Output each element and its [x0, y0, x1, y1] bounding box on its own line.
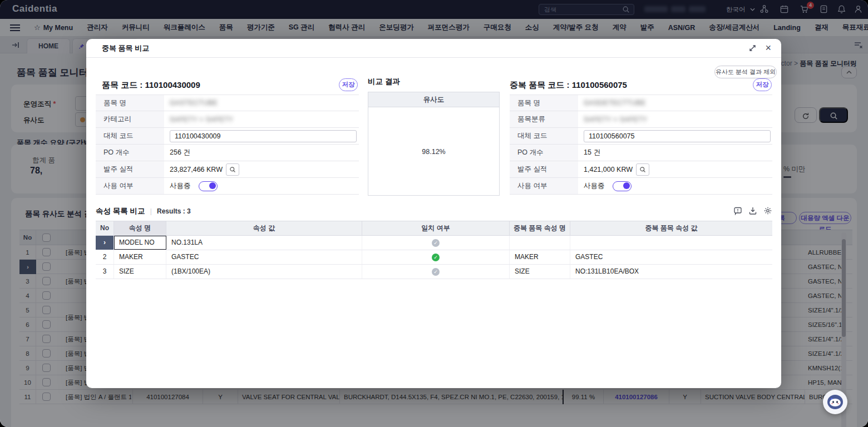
alt-code-input[interactable]: [170, 130, 357, 142]
item-name-blurred: GASDETECTTUBE: [584, 99, 646, 107]
robot-icon: [827, 395, 843, 409]
use-toggle[interactable]: [613, 181, 632, 191]
attribute-row[interactable]: 2 MAKER GASTEC ✓ MAKER GASTEC: [96, 250, 772, 265]
attribute-row[interactable]: › MODEL NO NO.131LA ✓: [96, 236, 772, 250]
close-icon[interactable]: ×: [765, 41, 771, 54]
compare-result-box: 유사도 98.12%: [368, 92, 500, 196]
item-info-table-left: 품목 명GASTECTUBE 카테고리SAFETY > SAFETY 대체 코드…: [96, 95, 359, 195]
match-status-icon: ✓: [432, 268, 440, 276]
similarity-value: 98.12%: [368, 107, 499, 196]
attr-name-cell-focused[interactable]: MODEL NO: [114, 236, 166, 250]
save-button-left[interactable]: 저장: [339, 78, 358, 91]
info-row: PO 개수256 건: [96, 145, 359, 161]
category-blurred: SAFETY > SAFETY: [584, 116, 647, 123]
info-row: 카테고리SAFETY > SAFETY: [96, 111, 359, 128]
info-row: 품목 명GASTECTUBE: [96, 95, 359, 111]
gear-icon[interactable]: [763, 206, 772, 215]
similarity-column-header: 유사도: [368, 92, 499, 107]
info-row: 대체 코드: [96, 128, 359, 145]
order-history-search-button[interactable]: [636, 163, 649, 176]
item-code-title: 품목 코드 : 110100430009: [102, 80, 200, 91]
info-row: 사용 여부사용중: [510, 178, 772, 195]
info-row: 발주 실적23,827,466 KRW: [96, 161, 359, 178]
order-history-search-button[interactable]: [226, 163, 239, 176]
results-count: Results : 3: [157, 207, 191, 215]
selected-row-chevron: ›: [96, 236, 114, 250]
info-row: 품목 명GASDETECTTUBE: [510, 95, 772, 111]
attribute-row[interactable]: 3 SIZE (1BX/100EA) ✓ SIZE NO:131LB10EA/B…: [96, 265, 772, 279]
order-amount: 23,827,466 KRW: [170, 166, 223, 173]
dup-item-code-title: 중복 품목 코드 : 110100560075: [510, 80, 627, 91]
compare-result-title: 비교 결과: [368, 77, 400, 87]
expand-icon[interactable]: [748, 44, 757, 52]
app-screen: Caidentia 한국어 4 ☆My Menu 관리자 커뮤니티 워크플레이스…: [0, 0, 868, 427]
category-blurred: SAFETY > SAFETY: [170, 116, 233, 123]
info-row: 발주 실적1,421,000 KRW: [510, 161, 772, 178]
duplicate-item-compare-modal: 중복 품목 비교 × 품목 코드 : 110100430009 저장 품목 명G…: [86, 39, 781, 388]
modal-title: 중복 품목 비교: [102, 39, 149, 58]
toggle-knob: [623, 182, 630, 189]
toggle-knob: [209, 182, 216, 189]
info-row: 품목분류SAFETY > SAFETY: [510, 111, 772, 128]
attribute-table: No 속성 명 속성 값 일치 여부 중복 품목 속성 명 중복 품목 속성 값…: [96, 221, 772, 279]
item-name-blurred: GASTECTUBE: [170, 99, 218, 107]
chatbot-button[interactable]: [823, 390, 847, 414]
annotation-icon[interactable]: [733, 206, 742, 215]
match-status-icon: ✓: [432, 239, 440, 247]
modal-header: 중복 품목 비교 ×: [86, 39, 781, 58]
order-amount: 1,421,000 KRW: [584, 166, 633, 173]
info-row: 사용 여부사용중: [96, 178, 359, 195]
po-count: 15 건: [584, 148, 600, 157]
match-status-icon: ✓: [432, 254, 440, 261]
download-icon[interactable]: [748, 206, 757, 215]
use-status: 사용중: [170, 181, 191, 191]
attribute-compare-title: 속성 목록 비교|Results : 3: [96, 206, 191, 216]
info-row: 대체 코드: [510, 128, 772, 145]
use-toggle[interactable]: [199, 181, 218, 191]
item-info-table-right: 품목 명GASDETECTTUBE 품목분류SAFETY > SAFETY 대체…: [510, 95, 772, 195]
save-button-right[interactable]: 저장: [753, 78, 772, 91]
use-status: 사용중: [584, 181, 605, 191]
exclude-analysis-button[interactable]: 유사도 분석 결과 제외: [714, 66, 777, 78]
alt-code-input[interactable]: [584, 130, 771, 142]
info-row: PO 개수15 건: [510, 145, 772, 161]
attribute-table-header: No 속성 명 속성 값 일치 여부 중복 품목 속성 명 중복 품목 속성 값: [96, 221, 772, 236]
po-count: 256 건: [170, 148, 190, 157]
